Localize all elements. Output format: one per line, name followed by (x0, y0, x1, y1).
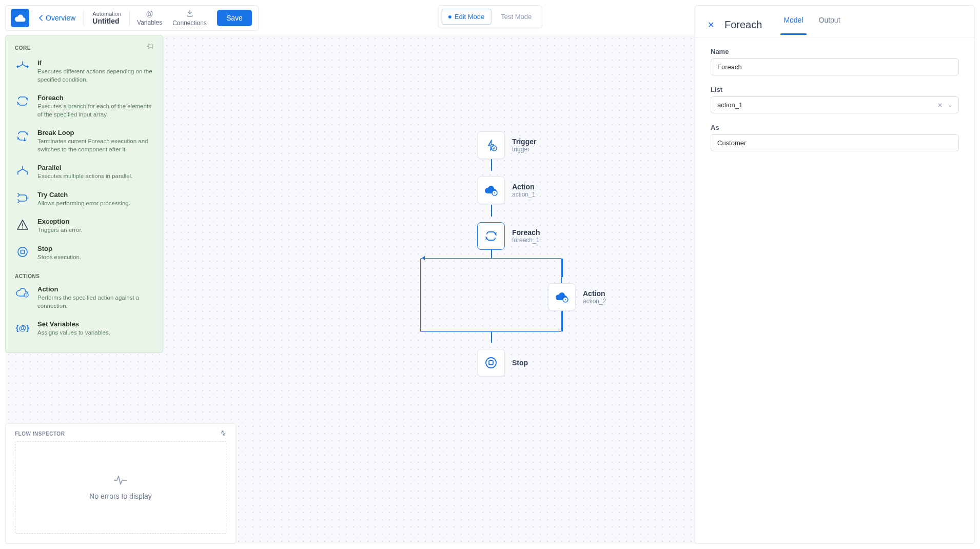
test-mode-button[interactable]: Test Mode (494, 9, 538, 25)
node-name: Foreach (512, 228, 540, 237)
node-action-1[interactable]: Actionaction_1 (477, 177, 535, 204)
palette-item-foreach[interactable]: ForeachExecutes a branch for each of the… (8, 89, 161, 124)
node-id: action_1 (512, 191, 535, 198)
inspector-title: FLOW INSPECTOR (15, 431, 65, 437)
svg-rect-7 (489, 361, 493, 365)
name-label: Name (711, 48, 959, 55)
as-input[interactable] (711, 134, 959, 151)
properties-panel: ✕ Foreach Model Output Name List action_… (695, 5, 975, 544)
item-name: Action (37, 285, 153, 293)
node-trigger[interactable]: Triggertrigger (477, 131, 536, 159)
overview-label: Overview (46, 14, 75, 22)
item-name: If (37, 59, 153, 67)
test-mode-label: Test Mode (501, 13, 532, 21)
foreach-icon (15, 94, 30, 108)
item-desc: Terminates current Foreach execution and… (37, 138, 153, 153)
save-button[interactable]: Save (217, 10, 252, 26)
node-id: foreach_1 (512, 237, 540, 244)
node-stop[interactable]: Stop (477, 349, 528, 377)
variables-tab[interactable]: @ Variables (132, 10, 167, 26)
setvars-icon: {@} (15, 320, 30, 335)
stop-icon (15, 245, 30, 259)
item-desc: Stops execution. (37, 253, 81, 262)
node-id: trigger (512, 146, 536, 153)
inspector-empty-message: No errors to display (89, 492, 151, 500)
item-desc: Allows performing error processing. (37, 200, 130, 208)
variables-label: Variables (137, 19, 162, 26)
node-foreach[interactable]: Foreachforeach_1 (477, 222, 540, 250)
clear-icon[interactable]: ✕ (937, 102, 943, 109)
arrow-icon (422, 256, 427, 261)
import-icon (186, 10, 193, 18)
svg-point-0 (18, 247, 27, 257)
node-name: Action (512, 183, 535, 191)
palette-actions-header: ACTIONS (8, 266, 161, 280)
connector (562, 311, 563, 331)
divider (129, 10, 130, 26)
palette-item-if[interactable]: IfExecutes different actions depending o… (8, 54, 161, 89)
name-input[interactable] (711, 58, 959, 75)
palette-item-stop[interactable]: StopStops execution. (8, 240, 161, 267)
automation-name: Untitled (92, 17, 121, 25)
item-desc: Triggers an error. (37, 226, 83, 234)
action-icon (477, 177, 505, 204)
as-label: As (711, 124, 959, 131)
item-name: Try Catch (37, 191, 130, 199)
automation-title[interactable]: Automation Untitled (86, 11, 127, 25)
tab-model[interactable]: Model (780, 16, 806, 34)
palette-item-parallel[interactable]: ParallelExecutes multiple actions in par… (8, 159, 161, 186)
item-name: Parallel (37, 164, 132, 171)
node-name: Action (583, 289, 606, 298)
chevron-down-icon[interactable]: ⌄ (948, 102, 952, 109)
node-action-2[interactable]: Actionaction_2 (548, 283, 606, 311)
edit-mode-button[interactable]: Edit Mode (442, 9, 492, 25)
item-desc: Assigns values to variables. (37, 329, 110, 337)
at-icon: @ (146, 10, 153, 18)
item-desc: Executes a branch for each of the elemen… (37, 103, 153, 119)
expand-icon[interactable] (220, 430, 226, 437)
component-palette: CORE IfExecutes different actions depend… (5, 35, 163, 353)
cloud-icon (14, 14, 26, 22)
list-label: List (711, 86, 959, 93)
connector (562, 259, 563, 277)
edit-mode-label: Edit Mode (455, 13, 485, 21)
flow-inspector: FLOW INSPECTOR No errors to display (5, 423, 236, 544)
palette-item-action[interactable]: ActionPerforms the specified action agai… (8, 280, 161, 315)
break-loop-icon (15, 129, 30, 143)
stop-icon (477, 349, 505, 377)
action-icon (15, 285, 30, 300)
foreach-loop-frame (420, 258, 562, 332)
palette-item-breakloop[interactable]: Break LoopTerminates current Foreach exe… (8, 124, 161, 159)
palette-core-header: CORE (15, 45, 31, 51)
app-logo[interactable] (11, 9, 29, 27)
list-value: action_1 (717, 101, 742, 109)
connections-label: Connections (172, 19, 207, 27)
foreach-icon (477, 222, 505, 250)
item-name: Stop (37, 245, 81, 252)
item-name: Set Variables (37, 320, 110, 328)
divider (84, 10, 84, 26)
tab-output[interactable]: Output (816, 16, 844, 34)
pin-icon[interactable] (147, 44, 153, 52)
node-name: Trigger (512, 138, 536, 146)
palette-item-trycatch[interactable]: Try CatchAllows performing error process… (8, 186, 161, 213)
list-select[interactable]: action_1 ✕ ⌄ (711, 96, 959, 113)
svg-rect-1 (21, 250, 25, 253)
if-icon (15, 59, 30, 73)
mode-selector: Edit Mode Test Mode (438, 5, 542, 28)
connector (491, 332, 492, 343)
connections-tab[interactable]: Connections (167, 10, 212, 27)
connector (491, 205, 492, 217)
palette-item-setvars[interactable]: {@} Set VariablesAssigns values to varia… (8, 315, 161, 342)
node-id: action_2 (583, 298, 606, 305)
chevron-left-icon (38, 15, 43, 21)
overview-link[interactable]: Overview (32, 14, 82, 22)
item-name: Foreach (37, 94, 153, 102)
activity-icon (114, 475, 127, 487)
item-desc: Executes multiple actions in parallel. (37, 172, 132, 181)
close-icon[interactable]: ✕ (708, 20, 714, 30)
trycatch-icon (15, 191, 30, 205)
flow-graph: Triggertrigger Actionaction_1 Foreachfor… (449, 97, 654, 405)
palette-item-exception[interactable]: ExceptionTriggers an error. (8, 212, 161, 240)
panel-title: Foreach (724, 19, 762, 31)
